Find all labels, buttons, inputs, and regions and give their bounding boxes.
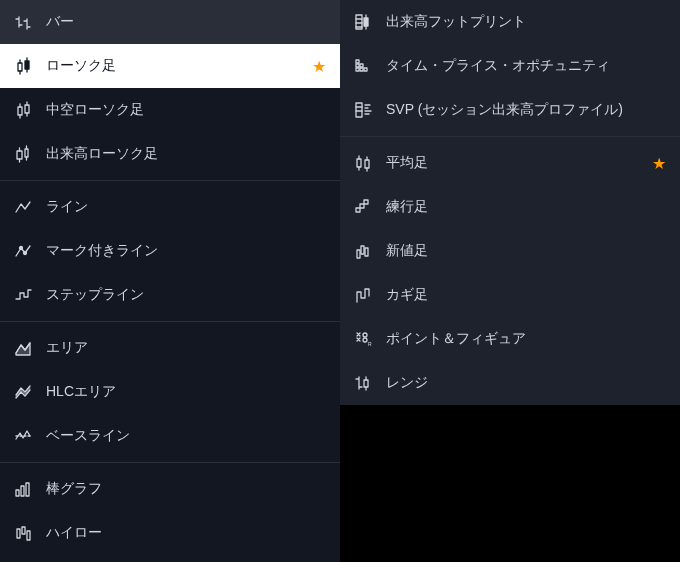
chart-type-svp[interactable]: SVP (セッション出来高プロファイル) bbox=[340, 88, 680, 132]
pnf-icon bbox=[354, 330, 372, 348]
chart-type-label: 新値足 bbox=[386, 242, 666, 260]
chart-type-label: ハイロー bbox=[46, 524, 326, 542]
chart-type-range[interactable]: レンジ bbox=[340, 361, 680, 405]
chart-type-label: ローソク足 bbox=[46, 57, 298, 75]
chart-type-volume-candle[interactable]: 出来高ローソク足 bbox=[0, 132, 340, 176]
chart-type-label: ポイント＆フィギュア bbox=[386, 330, 666, 348]
kagi-icon bbox=[354, 286, 372, 304]
chart-type-hlc-area[interactable]: HLCエリア bbox=[0, 370, 340, 414]
tpo-icon bbox=[354, 57, 372, 75]
chart-type-step-line[interactable]: ステップライン bbox=[0, 273, 340, 317]
chart-type-label: エリア bbox=[46, 339, 326, 357]
chart-type-bar[interactable]: バー bbox=[0, 0, 340, 44]
chart-type-line[interactable]: ライン bbox=[0, 185, 340, 229]
footprint-icon bbox=[354, 13, 372, 31]
chart-type-label: SVP (セッション出来高プロファイル) bbox=[386, 101, 666, 119]
chart-type-pnf[interactable]: ポイント＆フィギュア bbox=[340, 317, 680, 361]
empty-area bbox=[340, 405, 680, 562]
chart-type-label: 平均足 bbox=[386, 154, 638, 172]
chart-type-label: ステップライン bbox=[46, 286, 326, 304]
chart-type-label: 棒グラフ bbox=[46, 480, 326, 498]
divider bbox=[0, 180, 340, 181]
chart-type-volume-footprint[interactable]: 出来高フットプリント bbox=[340, 0, 680, 44]
chart-type-label: マーク付きライン bbox=[46, 242, 326, 260]
chart-type-label: ベースライン bbox=[46, 427, 326, 445]
chart-type-label: HLCエリア bbox=[46, 383, 326, 401]
divider bbox=[0, 462, 340, 463]
chart-type-label: 中空ローソク足 bbox=[46, 101, 326, 119]
chart-type-area[interactable]: エリア bbox=[0, 326, 340, 370]
chart-type-label: 出来高ローソク足 bbox=[46, 145, 326, 163]
chart-type-tpo[interactable]: タイム・プライス・オポチュニティ bbox=[340, 44, 680, 88]
hilo-icon bbox=[14, 524, 32, 542]
area-icon bbox=[14, 339, 32, 357]
line-icon bbox=[14, 198, 32, 216]
baseline-icon bbox=[14, 427, 32, 445]
range-icon bbox=[354, 374, 372, 392]
chart-type-label: 出来高フットプリント bbox=[386, 13, 666, 31]
renko-icon bbox=[354, 198, 372, 216]
column-icon bbox=[14, 480, 32, 498]
star-icon[interactable]: ★ bbox=[312, 57, 326, 76]
chart-type-heikin-ashi[interactable]: 平均足★ bbox=[340, 141, 680, 185]
chart-type-label: カギ足 bbox=[386, 286, 666, 304]
step-line-icon bbox=[14, 286, 32, 304]
chart-type-hollow-candle[interactable]: 中空ローソク足 bbox=[0, 88, 340, 132]
chart-type-kagi[interactable]: カギ足 bbox=[340, 273, 680, 317]
chart-type-candle[interactable]: ローソク足★ bbox=[0, 44, 340, 88]
chart-type-renko[interactable]: 練行足 bbox=[340, 185, 680, 229]
left-column: バーローソク足★中空ローソク足出来高ローソク足ラインマーク付きラインステップライ… bbox=[0, 0, 340, 562]
hollow-candle-icon bbox=[14, 101, 32, 119]
bar-icon bbox=[14, 13, 32, 31]
marked-line-icon bbox=[14, 242, 32, 260]
linebreak-icon bbox=[354, 242, 372, 260]
volume-candle-icon bbox=[14, 145, 32, 163]
chart-type-baseline[interactable]: ベースライン bbox=[0, 414, 340, 458]
divider bbox=[340, 136, 680, 137]
candle-icon bbox=[14, 57, 32, 75]
divider bbox=[0, 321, 340, 322]
chart-type-label: レンジ bbox=[386, 374, 666, 392]
right-column: 出来高フットプリントタイム・プライス・オポチュニティSVP (セッション出来高プ… bbox=[340, 0, 680, 562]
chart-type-hilo[interactable]: ハイロー bbox=[0, 511, 340, 555]
chart-type-label: タイム・プライス・オポチュニティ bbox=[386, 57, 666, 75]
chart-type-column[interactable]: 棒グラフ bbox=[0, 467, 340, 511]
chart-type-label: 練行足 bbox=[386, 198, 666, 216]
svp-icon bbox=[354, 101, 372, 119]
chart-type-label: ライン bbox=[46, 198, 326, 216]
chart-type-line-break[interactable]: 新値足 bbox=[340, 229, 680, 273]
hlc-area-icon bbox=[14, 383, 32, 401]
heikin-icon bbox=[354, 154, 372, 172]
chart-type-label: バー bbox=[46, 13, 326, 31]
chart-type-marked-line[interactable]: マーク付きライン bbox=[0, 229, 340, 273]
star-icon[interactable]: ★ bbox=[652, 154, 666, 173]
